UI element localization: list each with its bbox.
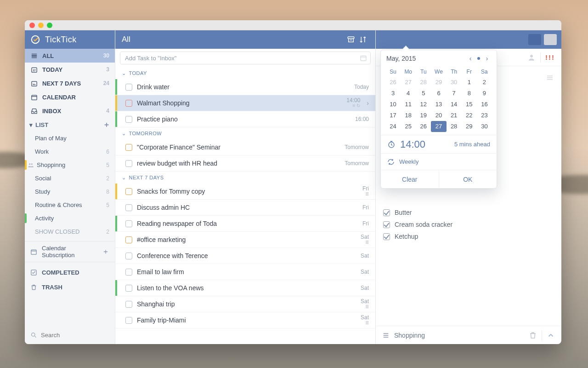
- traffic-light-minimize[interactable]: [38, 23, 44, 28]
- list-item[interactable]: Work6: [25, 145, 115, 158]
- task-group-header[interactable]: ⌄TODAY: [115, 67, 375, 79]
- task-row[interactable]: Conference with TerenceSat: [115, 248, 375, 264]
- ok-button[interactable]: OK: [439, 170, 497, 188]
- calendar-day[interactable]: 7: [447, 88, 462, 99]
- checklist-toggle-icon[interactable]: [546, 74, 554, 82]
- task-row[interactable]: Walmart Shopping14:00≡↻›: [115, 95, 375, 111]
- search-input[interactable]: [41, 332, 118, 339]
- checklist-checkbox[interactable]: [383, 221, 390, 228]
- calendar-day[interactable]: 15: [462, 99, 477, 110]
- calendar-day[interactable]: 11: [401, 99, 416, 110]
- footer-list-name[interactable]: Shoppinng: [394, 332, 425, 339]
- calendar-day[interactable]: 29: [431, 77, 446, 88]
- collapse-icon[interactable]: [547, 331, 555, 339]
- reminder-label[interactable]: 5 mins ahead: [454, 141, 490, 148]
- calendar-day[interactable]: 30: [447, 77, 462, 88]
- task-checkbox[interactable]: [125, 253, 132, 259]
- task-checkbox[interactable]: [125, 160, 132, 167]
- task-row[interactable]: Practice piano16:00: [115, 111, 375, 127]
- calendar-day[interactable]: 21: [447, 110, 462, 121]
- calendar-day[interactable]: 5: [416, 88, 431, 99]
- checklist-item[interactable]: Cream soda cracker: [383, 221, 554, 228]
- task-group-header[interactable]: ⌄NEXT 7 DAYS: [115, 172, 375, 184]
- trash-icon[interactable]: [529, 331, 537, 339]
- calendar-day[interactable]: 23: [477, 110, 492, 121]
- smartlist-all[interactable]: ALL30: [25, 49, 115, 63]
- calendar-day[interactable]: 24: [385, 121, 401, 132]
- calendar-day[interactable]: 9: [477, 88, 492, 99]
- list-item[interactable]: Study8: [25, 185, 115, 198]
- calendar-day[interactable]: 20: [431, 110, 446, 121]
- archive-icon[interactable]: [345, 34, 357, 46]
- calendar-icon[interactable]: [360, 54, 367, 62]
- sort-icon[interactable]: [357, 34, 369, 46]
- traffic-light-zoom[interactable]: [47, 23, 52, 28]
- priority-button[interactable]: !!!: [545, 53, 555, 61]
- task-checkbox[interactable]: [125, 84, 132, 91]
- trash-row[interactable]: TRASH: [25, 280, 115, 294]
- task-group-header[interactable]: ⌄TOMORROW: [115, 127, 375, 139]
- task-row[interactable]: Listen to the VOA newsSat: [115, 280, 375, 296]
- task-checkbox[interactable]: [125, 100, 132, 107]
- task-checkbox[interactable]: [125, 285, 132, 292]
- next-month-button[interactable]: ›: [483, 55, 491, 62]
- list-item[interactable]: Plan of May: [25, 132, 115, 145]
- calendar-day[interactable]: 27: [401, 77, 416, 88]
- repeat-row[interactable]: Weekly: [381, 153, 497, 170]
- add-task-input[interactable]: [120, 52, 371, 64]
- calendar-day[interactable]: 19: [416, 110, 431, 121]
- calendar-day[interactable]: 28: [416, 77, 431, 88]
- calendar-day[interactable]: 6: [431, 88, 446, 99]
- task-checkbox[interactable]: [125, 301, 132, 308]
- today-dot-button[interactable]: [477, 57, 480, 60]
- calendar-day[interactable]: 22: [462, 110, 477, 121]
- calendar-day[interactable]: 2: [477, 77, 492, 88]
- clear-button[interactable]: Clear: [381, 170, 439, 188]
- header-thumb[interactable]: [544, 34, 557, 45]
- task-checkbox[interactable]: [125, 204, 132, 211]
- assignee-icon[interactable]: [527, 53, 536, 62]
- calendar-day[interactable]: 26: [385, 77, 401, 88]
- checklist-item[interactable]: Ketchup: [383, 233, 554, 240]
- task-row[interactable]: Drink waterToday: [115, 79, 375, 95]
- calendar-day[interactable]: 4: [401, 88, 416, 99]
- list-item[interactable]: Social2: [25, 172, 115, 185]
- calendar-day[interactable]: 16: [477, 99, 492, 110]
- task-row[interactable]: Email to law firmSat: [115, 264, 375, 280]
- time-row[interactable]: 14:00 5 mins ahead: [381, 135, 497, 153]
- calendar-day[interactable]: 8: [462, 88, 477, 99]
- lists-section-header[interactable]: ▾ LIST ＋: [25, 118, 115, 132]
- task-row[interactable]: #office marketingSat≣: [115, 232, 375, 248]
- smartlist-today[interactable]: 27TODAY3: [25, 63, 115, 76]
- prev-month-button[interactable]: ‹: [466, 55, 475, 62]
- smartlist-inbox[interactable]: INBOX4: [25, 104, 115, 118]
- calendar-day[interactable]: 30: [477, 121, 492, 132]
- calendar-subscription-row[interactable]: Calendar Subscription ＋: [25, 244, 115, 259]
- task-row[interactable]: Shanghai tripSat≣: [115, 296, 375, 312]
- checklist-item[interactable]: Butter: [383, 209, 554, 216]
- task-checkbox[interactable]: [125, 144, 132, 151]
- task-checkbox[interactable]: [125, 269, 132, 276]
- task-row[interactable]: review budget with HR headTomorrow: [115, 155, 375, 172]
- calendar-day[interactable]: 28: [447, 121, 462, 132]
- task-row[interactable]: Discuss admin HCFri: [115, 200, 375, 216]
- list-item[interactable]: SHOW CLOSED2: [25, 225, 115, 238]
- calendar-day[interactable]: 26: [416, 121, 431, 132]
- calendar-day[interactable]: 17: [385, 110, 401, 121]
- time-value[interactable]: 14:00: [400, 138, 450, 150]
- calendar-day[interactable]: 10: [385, 99, 401, 110]
- smartlist-calendar[interactable]: CALENDAR: [25, 90, 115, 104]
- smartlist-next-7-days[interactable]: WeNEXT 7 DAYS24: [25, 76, 115, 90]
- task-row[interactable]: Reading newspaper of TodaFri: [115, 216, 375, 232]
- calendar-day[interactable]: 14: [447, 99, 462, 110]
- calendar-day[interactable]: 13: [431, 99, 446, 110]
- calendar-day[interactable]: 29: [462, 121, 477, 132]
- task-checkbox[interactable]: [125, 116, 132, 123]
- list-item[interactable]: Routine & Chores5: [25, 198, 115, 212]
- list-item[interactable]: Activity: [25, 212, 115, 225]
- header-thumb[interactable]: [528, 34, 541, 45]
- task-row[interactable]: Family trip-MiamiSat≣: [115, 312, 375, 328]
- calendar-day[interactable]: 1: [462, 77, 477, 88]
- task-row[interactable]: "Corporate Finance" SeminarTomorrow: [115, 139, 375, 155]
- task-row[interactable]: Snacks for Tommy copyFri≣: [115, 184, 375, 200]
